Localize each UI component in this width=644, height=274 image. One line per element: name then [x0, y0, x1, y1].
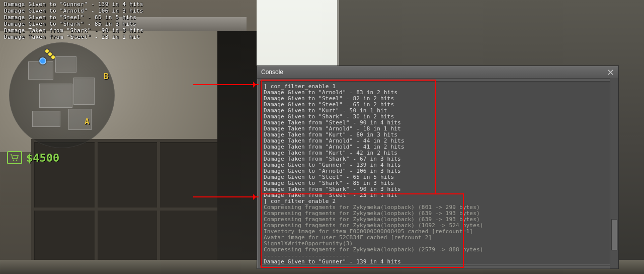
bombsite-a-label: A [85, 117, 90, 126]
feed-line: Damage Given to "Arnold" - 106 in 3 hits [4, 8, 143, 14]
annotation-arrow-2 [193, 196, 259, 197]
window-frame [31, 139, 223, 274]
scrollbar-thumb[interactable] [611, 219, 617, 250]
minimap: B A [9, 42, 115, 148]
bombsite-b-label: B [104, 72, 109, 81]
close-icon[interactable] [606, 68, 614, 76]
console-output[interactable]: ] con_filter_enable 1 Damage Given to "A… [260, 81, 615, 265]
feed-line: Damage Given to "Steel" - 65 in 5 hits [4, 14, 143, 21]
minimap-teammate [45, 49, 49, 53]
feed-line: Damage Taken from "Steel" - 23 in 1 hit [4, 34, 143, 40]
developer-console[interactable]: Console ] con_filter_enable 1 Damage Giv… [257, 65, 619, 269]
feed-line: Damage Taken from "Shark" - 90 in 3 hits [4, 27, 143, 34]
feed-line: Damage Given to "Shark" - 85 in 3 hits [4, 21, 143, 27]
minimap-teammate [48, 52, 52, 56]
money-value: $4500 [26, 152, 59, 164]
console-scrollbar[interactable] [610, 78, 618, 268]
money-display: $4500 [7, 151, 59, 164]
buy-menu-icon [7, 151, 22, 164]
annotation-arrow-1 [193, 84, 259, 85]
svg-point-1 [16, 160, 18, 161]
minimap-player [39, 57, 46, 64]
console-titlebar[interactable]: Console [257, 66, 618, 79]
console-block-2-given: Damage Given to "Gunner" - 139 in 4 hits… [264, 259, 612, 265]
console-title: Console [261, 68, 606, 76]
console-line: Damage Given to "Arnold" - 106 in 3 hits [264, 265, 612, 265]
feed-line: Damage Given to "Gunner" - 139 in 4 hits [4, 1, 143, 8]
damage-feed: Damage Given to "Gunner" - 139 in 4 hits… [4, 1, 143, 40]
svg-point-0 [13, 160, 15, 161]
console-block-2-system: Compressing fragments for Zykymeka(loopb… [264, 204, 612, 253]
console-block-1: Damage Given to "Arnold" - 83 in 2 hitsD… [264, 90, 612, 198]
minimap-teammate [51, 55, 55, 59]
